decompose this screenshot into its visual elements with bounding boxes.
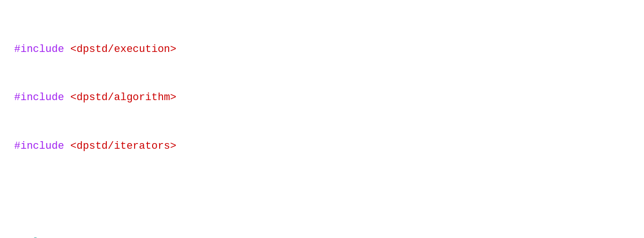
code-line-2: #include <dpstd/algorithm>	[14, 90, 630, 106]
include-path-3: <dpstd/iterators>	[70, 140, 176, 152]
include-path-1: <dpstd/execution>	[70, 43, 176, 55]
keyword-include-3: #include	[14, 140, 70, 152]
keyword-include-2: #include	[14, 92, 70, 103]
code-line-1: #include <dpstd/execution>	[14, 42, 630, 58]
code-block: #include <dpstd/execution> #include <dps…	[0, 0, 644, 238]
keyword-include-1: #include	[14, 43, 70, 55]
code-line-5: sycl::queue Q;	[14, 235, 630, 238]
code-line-4	[14, 187, 630, 203]
code-line-3: #include <dpstd/iterators>	[14, 138, 630, 154]
include-path-2: <dpstd/algorithm>	[70, 92, 176, 103]
